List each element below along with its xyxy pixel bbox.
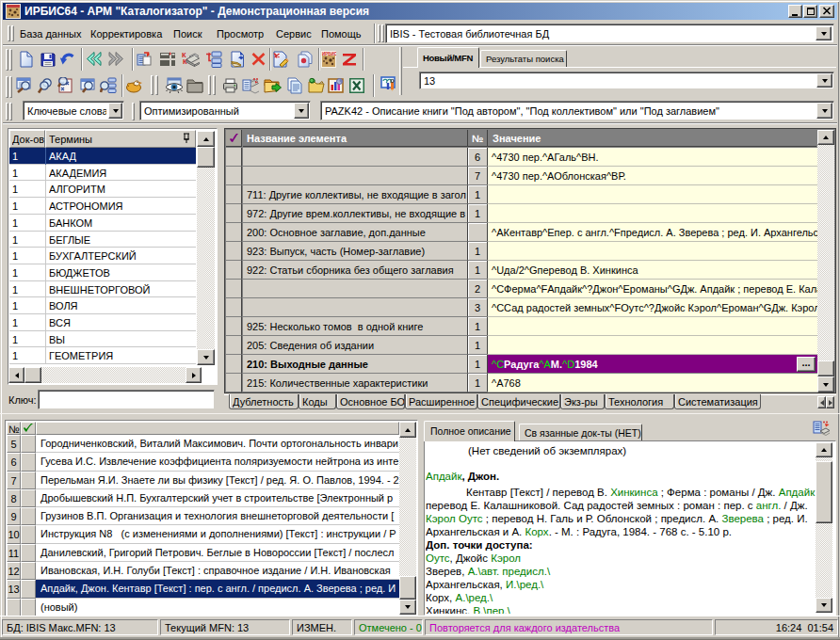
svg-text:ИРБИС: ИРБИС [322, 52, 336, 56]
